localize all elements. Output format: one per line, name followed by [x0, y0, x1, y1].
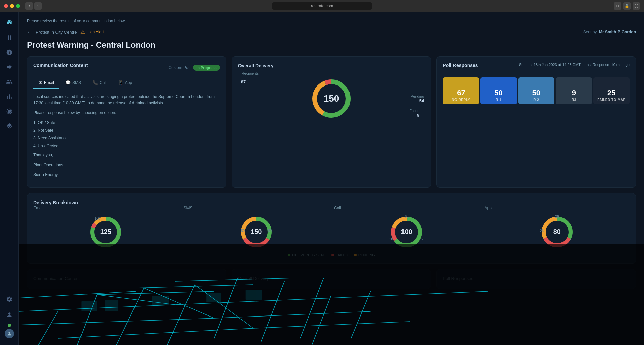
back-button[interactable]: ‹	[25, 2, 33, 10]
page-title: Protest Warning - Central London	[27, 40, 636, 50]
legend-failed-label: FAILED	[336, 253, 348, 257]
legend-pending-dot	[354, 254, 357, 256]
comm-card-title: Communication Content	[33, 63, 88, 68]
communication-content-card: Communication Content Custom Poll In Pro…	[27, 56, 226, 188]
poll-bar-r3-label: R3	[572, 98, 576, 102]
svg-text:50: 50	[241, 229, 245, 233]
tab-call[interactable]: 📞 Call	[87, 77, 112, 89]
fullscreen-button[interactable]: ⛶	[633, 2, 640, 10]
nav-buttons: ‹ ›	[25, 2, 42, 10]
failed-label-text: Failed	[409, 109, 419, 113]
sidebar-item-alerts[interactable]	[3, 46, 16, 59]
tab-sms[interactable]: 💬 SMS	[60, 77, 87, 89]
breakdown-email-value: 125	[100, 228, 111, 236]
sidebar-item-megaphone[interactable]	[3, 60, 16, 74]
sidebar-item-home[interactable]	[3, 16, 16, 30]
dup-poll-card: Poll Responses	[436, 269, 636, 289]
dup-comm-card: Communication Content	[27, 269, 226, 289]
sidebar-item-pause[interactable]	[3, 31, 16, 44]
breakdown-app-value: 80	[553, 228, 561, 236]
address-bar[interactable]: restrata.com	[272, 2, 372, 10]
delivered-label: 87	[241, 79, 246, 84]
status-indicator	[8, 324, 11, 327]
breakdown-sms-donut: 50 50 50 150	[238, 214, 275, 250]
comm-body-line1: Local sources indicated that activists a…	[33, 94, 220, 106]
svg-text:20: 20	[389, 237, 393, 241]
breadcrumb-text: Protest in City Centre	[36, 30, 77, 35]
delivery-total: 150	[324, 93, 339, 104]
pending-label-text: Pending	[411, 94, 424, 98]
lock-icon[interactable]: 🔒	[623, 2, 631, 10]
comm-body-line2: Please response below by choosing on opt…	[33, 110, 220, 116]
in-progress-badge: In Progress	[193, 65, 220, 71]
traffic-lights	[4, 4, 20, 8]
poll-bar-r1-label: R 1	[496, 98, 501, 102]
poll-bar-failed-value: 25	[607, 89, 615, 97]
browser-chrome: ‹ › restrata.com ↺ 🔒 ⛶	[0, 0, 644, 12]
breakdown-call-value: 100	[401, 228, 412, 236]
last-response-value: 10 min ago	[611, 63, 630, 67]
forward-button[interactable]: ›	[34, 2, 42, 10]
breakdown-email-label: Email	[33, 206, 43, 210]
breakdown-legend: DELIVERED / SENT FAILED PENDING	[33, 253, 630, 257]
comm-body: Local sources indicated that activists a…	[33, 94, 220, 178]
sidebar-item-profile[interactable]	[3, 308, 16, 322]
svg-text:26: 26	[555, 215, 559, 218]
svg-text:28: 28	[570, 237, 574, 241]
poll-bar-no-reply-value: 67	[457, 89, 465, 97]
breakdown-charts: Email 100 7 18	[33, 206, 630, 250]
avatar[interactable]	[5, 329, 14, 338]
pending-area: Pending 54	[411, 94, 424, 103]
poll-bar-r1: 50 R 1	[480, 77, 517, 104]
sidebar-item-layers[interactable]	[3, 119, 16, 133]
poll-bars: 67 NO REPLY 50 R 1 50 R 2 9 R3	[443, 77, 630, 104]
delivery-donut-area: Recipients 150	[238, 71, 425, 120]
maximize-button[interactable]	[16, 4, 20, 8]
sidebar-item-chart[interactable]	[3, 90, 16, 103]
tab-email[interactable]: ✉ Email	[33, 77, 59, 89]
url-text: restrata.com	[311, 4, 333, 8]
breakdown-card-title: Delivery Breakdown	[33, 200, 78, 205]
sent-by-label: Sent by	[583, 30, 597, 34]
pending-value: 54	[411, 98, 424, 103]
comm-footer1: Thank you,	[33, 152, 220, 158]
legend-delivered: DELIVERED / SENT	[288, 253, 326, 257]
svg-text:7: 7	[119, 229, 121, 233]
sent-by: Sent by Mr Smith B Gordon	[583, 30, 636, 34]
app-container: Please review the results of your commun…	[0, 12, 644, 345]
tab-app[interactable]: 📱 App	[113, 77, 138, 89]
email-tab-icon: ✉	[39, 80, 42, 85]
call-tab-label: Call	[100, 80, 107, 85]
sidebar	[0, 12, 19, 345]
poll-bar-failed-label: FAILED TO MAP	[597, 98, 626, 102]
breakdown-sms-value: 150	[251, 228, 262, 236]
poll-bar-r2-label: R 2	[533, 98, 539, 102]
comm-footer3: Sierra Energy	[33, 172, 220, 178]
sms-tab-label: SMS	[72, 80, 81, 85]
svg-text:50: 50	[268, 229, 272, 233]
sent-on-label: Sent on	[519, 63, 532, 67]
breakdown-call-label: Call	[334, 206, 341, 210]
sent-on-date: 18th Jan 2023 at 14:23 GMT	[534, 63, 581, 67]
poll-bar-r2: 50 R 2	[518, 77, 554, 104]
minimize-button[interactable]	[10, 4, 14, 8]
poll-bar-r2-value: 50	[532, 89, 540, 97]
back-arrow[interactable]: ←	[27, 29, 32, 35]
overall-delivery-card: Overall Delivery Recipients	[232, 56, 431, 188]
breakdown-call-donut: 65 15 20 100	[388, 214, 425, 250]
poll-bar-no-reply-label: NO REPLY	[452, 98, 470, 102]
close-button[interactable]	[4, 4, 8, 8]
sidebar-item-people[interactable]	[3, 75, 16, 89]
reload-button[interactable]: ↺	[614, 2, 621, 10]
alert-badge: ⚠ High Alert	[80, 29, 104, 35]
sidebar-item-satellite[interactable]	[3, 105, 16, 118]
legend-failed: FAILED	[331, 253, 348, 257]
sent-by-name: Mr Smith B Gordon	[599, 30, 636, 34]
channel-tabs: ✉ Email 💬 SMS 📞 Call 📱 App	[33, 77, 220, 89]
last-response-label: Last Response	[585, 63, 609, 67]
breakdown-app: App 26 26 28	[485, 206, 630, 250]
legend-failed-dot	[331, 254, 334, 256]
failed-area: Failed 9	[409, 109, 419, 118]
sidebar-item-settings[interactable]	[3, 293, 16, 306]
breakdown-app-donut: 26 26 28 80	[539, 214, 576, 250]
